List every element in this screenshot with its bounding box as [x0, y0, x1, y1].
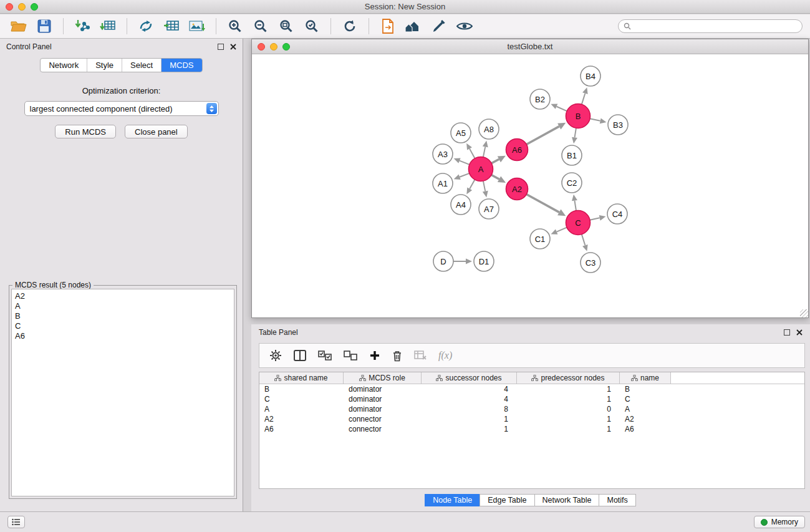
save-session-button[interactable]: [33, 17, 55, 36]
export-table-button[interactable]: [160, 17, 183, 36]
run-mcds-button[interactable]: Run MCDS: [55, 125, 116, 138]
zoom-selected-button[interactable]: [301, 17, 323, 36]
table-row[interactable]: A6connector11A6: [259, 424, 804, 434]
graph-node-D[interactable]: D: [433, 251, 453, 271]
graph-edge-B-B3[interactable]: [590, 118, 606, 123]
column-header-shared-name[interactable]: shared name: [259, 372, 344, 384]
graph-edge-A6-B[interactable]: [526, 123, 566, 145]
tab-select[interactable]: Select: [122, 59, 161, 72]
add-row-button[interactable]: [369, 350, 380, 361]
close-window-button[interactable]: [6, 3, 13, 11]
task-history-button[interactable]: [7, 516, 25, 528]
graph-node-C4[interactable]: C4: [607, 204, 627, 224]
graph-edge-A-A1[interactable]: [454, 173, 470, 180]
export-network-button[interactable]: [135, 17, 157, 36]
home-button[interactable]: [402, 17, 425, 36]
graph-node-A8[interactable]: A8: [479, 119, 499, 139]
graph-node-A6[interactable]: A6: [506, 139, 528, 161]
graph-edge-A-A3[interactable]: [454, 158, 470, 164]
import-network-button[interactable]: [71, 17, 94, 36]
delete-table-button[interactable]: [414, 351, 427, 360]
graph-edge-C-C2[interactable]: [572, 195, 577, 211]
search-input[interactable]: [634, 22, 797, 31]
network-window-titlebar[interactable]: testGlobe.txt: [252, 39, 808, 54]
graph-node-A1[interactable]: A1: [433, 173, 453, 193]
resize-grip[interactable]: [800, 309, 808, 317]
zoom-in-button[interactable]: [224, 17, 246, 36]
import-table-button[interactable]: [97, 17, 119, 36]
graph-node-D1[interactable]: D1: [474, 251, 494, 271]
optimization-dropdown[interactable]: largest connected component (directed): [24, 101, 219, 116]
tab-edge-table[interactable]: Edge Table: [480, 494, 534, 506]
table-settings-button[interactable]: [269, 349, 282, 362]
graph-node-B[interactable]: B: [566, 104, 591, 128]
graph-node-A[interactable]: A: [469, 157, 493, 181]
graph-node-A3[interactable]: A3: [433, 144, 453, 164]
result-item[interactable]: A2: [12, 291, 234, 301]
table-row[interactable]: A2connector11A2: [259, 414, 804, 424]
graph-edge-C-C4[interactable]: [590, 215, 605, 221]
delete-row-button[interactable]: [392, 350, 402, 362]
graph-edge-D-D1[interactable]: [453, 259, 472, 264]
open-file-button[interactable]: [7, 17, 30, 36]
first-network-button[interactable]: [377, 17, 399, 36]
column-header-MCDS-role[interactable]: MCDS role: [344, 372, 422, 384]
graph-edge-C-C3[interactable]: [582, 235, 588, 251]
tab-network-table[interactable]: Network Table: [534, 494, 600, 506]
column-browser-button[interactable]: [294, 350, 306, 361]
graph-node-B2[interactable]: B2: [530, 89, 550, 109]
minimize-window-button[interactable]: [18, 3, 26, 11]
select-all-button[interactable]: [318, 351, 332, 360]
network-minimize-button[interactable]: [270, 43, 277, 51]
column-header-name[interactable]: name: [620, 372, 671, 384]
network-zoom-button[interactable]: [282, 43, 290, 51]
graph-edge-B-B1[interactable]: [572, 128, 577, 143]
show-hide-button[interactable]: [453, 17, 476, 36]
graph-node-C2[interactable]: C2: [562, 173, 582, 193]
graph-node-A7[interactable]: A7: [479, 199, 499, 219]
graph-node-B3[interactable]: B3: [608, 115, 628, 135]
tab-node-table[interactable]: Node Table: [425, 494, 480, 506]
close-table-panel-icon[interactable]: [796, 329, 803, 336]
network-canvas[interactable]: B4B2BB3A5A8A6B1A3AC2A1A2A4A7C4CC1C3DD1: [252, 55, 808, 317]
result-item[interactable]: A: [12, 301, 234, 311]
float-table-panel-icon[interactable]: [784, 329, 790, 336]
table-row[interactable]: Bdominator41B: [259, 384, 804, 394]
graph-edge-A-A6[interactable]: [491, 156, 506, 163]
close-panel-button[interactable]: Close panel: [125, 125, 188, 138]
result-item[interactable]: B: [12, 311, 234, 321]
unselect-all-button[interactable]: [344, 351, 357, 360]
graph-edge-B-B4[interactable]: [582, 87, 588, 104]
graph-node-A4[interactable]: A4: [451, 195, 471, 215]
zoom-out-button[interactable]: [249, 17, 272, 36]
tab-style[interactable]: Style: [87, 59, 122, 72]
refresh-view-button[interactable]: [339, 17, 361, 36]
tab-motifs[interactable]: Motifs: [599, 494, 635, 506]
graph-node-C[interactable]: C: [566, 211, 591, 235]
graph-node-C1[interactable]: C1: [530, 229, 550, 249]
tab-network[interactable]: Network: [41, 59, 87, 72]
graph-node-B1[interactable]: B1: [562, 145, 582, 165]
style-button[interactable]: [428, 17, 450, 36]
search-box[interactable]: [618, 19, 803, 33]
network-close-button[interactable]: [258, 43, 265, 51]
float-panel-icon[interactable]: [218, 44, 224, 50]
graph-edge-A-A7[interactable]: [483, 181, 488, 197]
graph-edge-A-A2[interactable]: [491, 175, 506, 183]
graph-edge-B-B2[interactable]: [551, 104, 567, 111]
table-row[interactable]: Cdominator41C: [259, 394, 804, 404]
table-row[interactable]: Adominator80A: [259, 404, 804, 414]
tab-mcds[interactable]: MCDS: [161, 59, 201, 72]
column-header-predecessor-nodes[interactable]: predecessor nodes: [517, 372, 620, 384]
graph-edge-A-A5[interactable]: [466, 143, 475, 158]
graph-node-C3[interactable]: C3: [581, 253, 600, 273]
graph-edge-A-A8[interactable]: [483, 141, 488, 157]
export-image-button[interactable]: [186, 17, 208, 36]
function-builder-button[interactable]: f(x): [438, 350, 452, 361]
graph-node-B4[interactable]: B4: [581, 66, 600, 86]
column-header-successor-nodes[interactable]: successor nodes: [422, 372, 517, 384]
zoom-window-button[interactable]: [31, 3, 38, 11]
graph-edge-A-A4[interactable]: [466, 180, 475, 194]
graph-edge-A2-C[interactable]: [526, 194, 566, 216]
graph-node-A2[interactable]: A2: [506, 178, 528, 200]
